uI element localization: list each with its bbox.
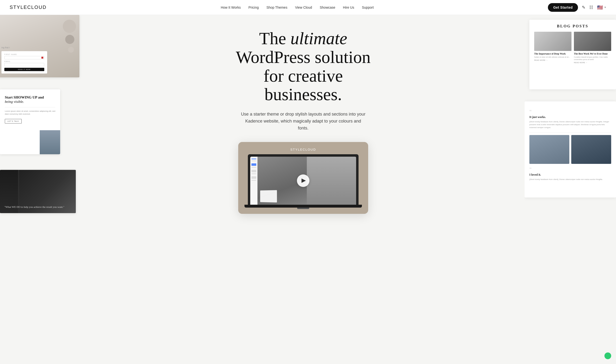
blog-post-2-heading: The Best Work We've Ever Done (574, 52, 611, 55)
testimonial-photo-1 (529, 135, 569, 164)
center-content: The ultimate WordPress solution for crea… (72, 15, 534, 364)
blog-post-2-body: Curabitur blandit tempus porttitor. Cras… (574, 56, 611, 61)
left-screenshots-panel: ing that I FIRST NAME EMAIL SEND IT NOW! (0, 15, 82, 364)
left-screenshot-1: ing that I FIRST NAME EMAIL SEND IT NOW! (0, 15, 79, 77)
blog-posts-grid: The Importance of Deep Work Nullam et do… (534, 32, 611, 64)
sc2-body: Lorem ipsum dolor sit amet, consectetur … (5, 110, 55, 116)
quote-mark-1: " (529, 109, 611, 114)
language-selector[interactable]: 🇺🇸 ▼ (597, 5, 606, 10)
nav-logo[interactable]: STYLECLOUD (10, 5, 46, 10)
sc3-quote-text: "What WE DO to help you achieve the resu… (4, 205, 71, 209)
blog-post-2-image (574, 32, 611, 51)
blog-post-1-heading: The Importance of Deep Work (534, 52, 572, 55)
testimonial-2-heading: I loved it. (529, 173, 611, 177)
nav-hire-us[interactable]: Hire Us (343, 6, 354, 9)
testimonial-1-heading: It just works. (529, 115, 611, 119)
blog-post-2: The Best Work We've Ever Done Curabitur … (574, 32, 611, 64)
play-button[interactable] (297, 174, 309, 187)
blog-post-1-image (534, 32, 572, 51)
sc1-firstname-label: FIRST NAME (4, 53, 44, 55)
nav-showcase[interactable]: Showcase (320, 6, 336, 9)
navbar: STYLECLOUD How It Works Pricing Shop The… (0, 0, 616, 15)
play-icon (302, 179, 306, 183)
left-screenshot-3: "What WE DO to help you achieve the resu… (0, 170, 76, 213)
flag-chevron-icon: ▼ (604, 6, 606, 9)
nav-view-cloud[interactable]: View Cloud (295, 6, 312, 9)
right-screenshots-panel: BLOG POSTS The Importance of Deep Work N… (525, 15, 616, 364)
sc1-submit-btn: SEND IT NOW! (4, 68, 44, 71)
blog-post-1: The Importance of Deep Work Nullam et do… (534, 32, 572, 64)
testimonial-photo-2 (571, 135, 611, 164)
testimonial-1: " It just works. [Short lovely feedback … (529, 106, 611, 133)
sc2-heading: Start SHOWING UP and being visible. (5, 95, 55, 104)
blog-posts-title: BLOG POSTS (534, 24, 611, 28)
hero-headline: The ultimate WordPress solution for crea… (226, 29, 380, 104)
nav-support[interactable]: Support (362, 6, 374, 9)
sc1-email-label: EMAIL (4, 61, 44, 62)
nav-links: How It Works Pricing Shop Themes View Cl… (221, 6, 374, 9)
blog-post-1-body: Nullam et dolor sit nibh ultricies vehic… (534, 56, 572, 58)
testimonial-2: " I loved it. [Short lovely feedback fro… (529, 164, 611, 181)
blog-post-2-link: READ MORE → (574, 62, 611, 64)
sc2-cta-btn: LET'S TALK (5, 119, 22, 123)
cart-icon[interactable]: ☷ (589, 5, 593, 10)
blog-post-1-link: READ MORE → (534, 59, 572, 61)
testimonial-photos-grid (529, 135, 611, 164)
nav-pricing[interactable]: Pricing (248, 6, 259, 9)
video-logo: STYLECLOUD (290, 148, 316, 151)
hero-subtext: Use a starter theme or drop stylish layo… (241, 111, 366, 131)
video-card: STYLECLOUD (238, 142, 368, 214)
right-screenshot-blog: BLOG POSTS The Importance of Deep Work N… (529, 20, 616, 89)
left-screenshot-2: Start SHOWING UP and being visible. Lore… (0, 89, 60, 154)
nav-shop-themes[interactable]: Shop Themes (266, 6, 287, 9)
right-screenshot-testimonials: " It just works. [Short lovely feedback … (525, 101, 616, 197)
testimonial-2-body: [Short lovely feedback from client]. Don… (529, 178, 611, 181)
sc1-text-snippet: ing that I (1, 46, 76, 49)
flag-icon: 🇺🇸 (597, 5, 603, 10)
quote-mark-2: " (529, 167, 611, 172)
status-indicator (604, 352, 611, 359)
page-content: ing that I FIRST NAME EMAIL SEND IT NOW! (0, 0, 616, 364)
nav-how-it-works[interactable]: How It Works (221, 6, 241, 9)
user-icon[interactable]: ✎ (582, 5, 586, 10)
testimonial-1-body: [Short lovely feedback from client]. Don… (529, 120, 611, 129)
get-started-button[interactable]: Get Started (548, 3, 578, 12)
nav-right-actions: Get Started ✎ ☷ 🇺🇸 ▼ (548, 3, 606, 12)
